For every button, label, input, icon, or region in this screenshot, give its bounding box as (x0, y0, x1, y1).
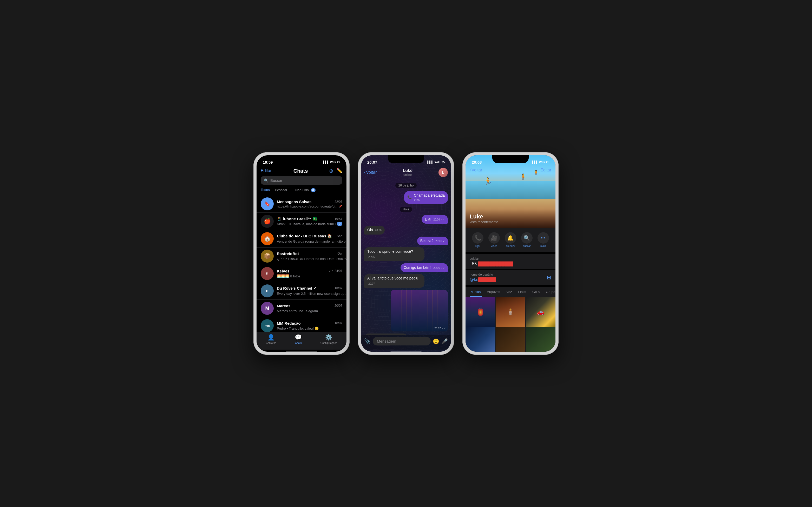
chats-icon: 💬 (295, 334, 302, 341)
search-bar[interactable]: 🔍 Buscar (261, 176, 342, 185)
action-search[interactable]: 🔍 buscar (521, 232, 532, 247)
photo-inner (391, 290, 448, 331)
nav-chats[interactable]: 💬 Chats (295, 334, 302, 344)
tab-midias[interactable]: Mídias (470, 287, 481, 297)
tab-gifs[interactable]: GIFs (531, 287, 541, 297)
media-thumb[interactable] (465, 327, 495, 352)
call-text: Chamada efetuada (414, 193, 445, 198)
avatar: 🏠 (261, 232, 274, 245)
qr-icon[interactable]: ⊞ (547, 274, 551, 281)
avatar: 🔖 (261, 198, 274, 210)
home-indicator-1 (286, 351, 317, 352)
phone-3: 20:08 ▌▌▌ WiFi 25 ‹ Voltar Editar (462, 152, 559, 355)
chat-item[interactable]: K Kelves ✓✓ 24/07 🌅🌅🌅 8 fotos (257, 265, 347, 282)
notch-3 (492, 155, 529, 163)
date-separator-today: Hoje (364, 207, 448, 212)
tab-voz[interactable]: Voz (505, 287, 513, 297)
home-indicator-2 (391, 351, 421, 352)
back-label-3: Voltar (471, 168, 482, 172)
chat-name: Marcos (277, 303, 291, 308)
media-thumb[interactable] (526, 327, 555, 352)
tab-arquivos[interactable]: Arquivos (486, 287, 501, 297)
username-label: nome de usuário (470, 273, 496, 276)
notch-2 (388, 155, 424, 163)
chat-item[interactable]: mm MM Redação 18/07 Pedro • Tranquilo, v… (257, 317, 347, 332)
chat-time: 18/07 (335, 321, 342, 325)
back-button-3[interactable]: ‹ Voltar (470, 168, 482, 172)
avatar: 🍎 (261, 215, 274, 228)
contact-avatar[interactable]: L (439, 168, 448, 177)
chat-name: MM Redação (277, 321, 301, 326)
back-button-2[interactable]: ‹ Voltar (364, 170, 376, 175)
chat-content: Kelves ✓✓ 24/07 🌅🌅🌅 8 fotos (277, 269, 342, 278)
tab-links[interactable]: Links (517, 287, 527, 297)
chat-item[interactable]: 🔖 Mensagens Salvas 22/07 https://link.ap… (257, 195, 347, 213)
edit-button[interactable]: Editar (261, 169, 272, 173)
media-thumb[interactable]: 🏮 (465, 297, 495, 327)
chat-header: ‹ Voltar Luke online L (361, 167, 451, 179)
nav-settings[interactable]: ⚙️ Configurações (320, 334, 337, 344)
chat-item[interactable]: 📦 RastreioBot Qui QP905119531BR HomePod … (257, 247, 347, 265)
signal-icon-1: ▌▌▌ (323, 161, 329, 164)
chat-item[interactable]: 🍎 📱 iPhone Brasil™ 🇧🇷 19:54 Airon: Eu us… (257, 213, 347, 230)
chat-item[interactable]: 🏠 Clube do AP - UFC Russas 🏠 Sáb Vendend… (257, 230, 347, 247)
media-thumb[interactable] (496, 327, 525, 352)
chat-content: Marcos 20/07 Marcos entrou no Telegram (277, 303, 342, 313)
message-input[interactable]: Mensagem (373, 337, 431, 345)
notch-1 (283, 155, 320, 163)
new-chat-icon[interactable]: ⊕ (329, 168, 334, 174)
attachment-icon[interactable]: 📎 (364, 338, 371, 344)
chat-time: 22/07 (335, 200, 342, 204)
chat-item[interactable]: M Marcos 20/07 Marcos entrou no Telegram (257, 300, 347, 317)
action-mute[interactable]: 🔔 silenciar (505, 232, 516, 247)
battery-icon-1: 27 (337, 161, 340, 164)
bubble-sent: Comigo também! 20:06 ✓✓ (401, 263, 448, 272)
wifi-icon-3: WiFi (539, 161, 545, 164)
chat-list: 🔖 Mensagens Salvas 22/07 https://link.ap… (257, 195, 347, 332)
chat-item[interactable]: D Du Rove's Channel ✓ 18/07 Every day, o… (257, 282, 347, 300)
video-action-icon: 🎥 (489, 232, 500, 244)
tab-pessoal[interactable]: Pessoal (272, 187, 290, 193)
avatar: 📦 (261, 249, 274, 263)
action-video[interactable]: 🎥 vídeo (489, 232, 500, 247)
profile-name: Luke (470, 213, 551, 220)
profile-name-overlay: Luke visto recentemente (465, 209, 555, 228)
tab-todos[interactable]: Todos (261, 187, 270, 193)
mic-icon[interactable]: 🎤 (441, 338, 448, 344)
nav-contacts[interactable]: 👤 Contatos (266, 334, 276, 344)
action-call[interactable]: 📞 ligar (472, 232, 484, 247)
edit-profile-button[interactable]: Editar (540, 168, 551, 172)
photo-time: 20:07 ✓✓ (434, 327, 446, 330)
emoji-icon[interactable]: 🙂 (433, 338, 439, 344)
date-badge-today: Hoje (400, 207, 412, 212)
message-item: Tudo tranquilo, e com você? 20:06 (364, 247, 448, 261)
unread-badge: 9 (337, 222, 342, 226)
phone-label: celular (470, 257, 551, 261)
mute-label: silenciar (506, 245, 515, 247)
bubble-received: Olá 20:06 (364, 226, 385, 234)
tab-nao-lido[interactable]: Não Lido 6 (292, 187, 319, 193)
contact-status: online (379, 173, 437, 177)
date-badge-old: 26 de julho (395, 183, 417, 188)
action-more[interactable]: ••• mais (538, 232, 549, 247)
bubble-received: Tudo tranquilo, e com você? 20:06 (364, 247, 424, 261)
call-icon: 📞 (407, 195, 412, 200)
bubble-sent: Beleza? 20:06 ✓ (417, 237, 448, 245)
media-thumb[interactable]: 🕯️ (496, 297, 525, 327)
compose-icon[interactable]: ✏️ (337, 168, 342, 174)
media-thumb[interactable]: 🚗 (526, 297, 555, 327)
status-icons-1: ▌▌▌ WiFi 27 (323, 161, 340, 164)
status-time-3: 20:08 (472, 160, 481, 164)
chat-content: MM Redação 18/07 Pedro • Tranquilo, vale… (277, 321, 342, 331)
messages-area: 26 de julho 📞 Chamada efetuada 14:02 Hoj… (361, 179, 451, 335)
phone-1: 19:59 ▌▌▌ WiFi 27 Editar Chats ⊕ ✏️ 🔍 (253, 152, 350, 355)
chat-time: ✓✓ 24/07 (328, 269, 342, 273)
message-item: Aí vai a foto que você me pediu 20:07 (364, 274, 448, 288)
search-label: buscar (523, 245, 531, 247)
chat-time: Qui (337, 252, 342, 255)
bubble-call: 📞 Chamada efetuada 14:02 (404, 191, 448, 204)
chat-preview: Every day, over 2.5 million new users si… (277, 292, 347, 295)
tab-grupos[interactable]: Grupos (545, 287, 555, 297)
chat-time: 19:54 (335, 217, 342, 221)
signal-icon-3: ▌▌▌ (532, 161, 538, 164)
